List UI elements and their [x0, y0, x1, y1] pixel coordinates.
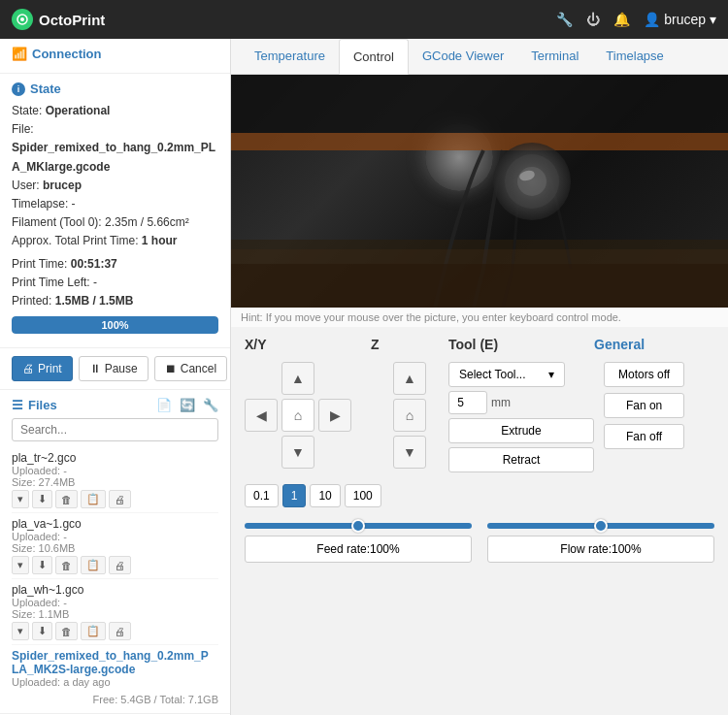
- jog-x-plus[interactable]: ▶: [318, 399, 351, 432]
- list-item: Spider_remixed_to_hang_0.2mm_PLA_MK2S-la…: [12, 645, 218, 690]
- file-action-chevron[interactable]: ▾: [12, 490, 29, 508]
- fan-off-button[interactable]: Fan off: [604, 424, 684, 449]
- filament-row: Filament (Tool 0): 2.35m / 5.66cm²: [12, 213, 218, 232]
- feed-rate-slider[interactable]: [245, 523, 472, 529]
- fan-on-button[interactable]: Fan on: [604, 393, 684, 418]
- print-button[interactable]: 🖨 Print: [12, 356, 73, 381]
- cancel-button[interactable]: ⏹ Cancel: [154, 356, 227, 381]
- jog-x-minus[interactable]: ◀: [245, 399, 278, 432]
- power-icon[interactable]: ⏻: [586, 12, 600, 27]
- file-row: File:: [12, 120, 218, 139]
- file-action-delete[interactable]: 🗑: [55, 622, 78, 640]
- pause-icon: ⏸: [89, 362, 101, 375]
- files-section: ☰ Files 📄 🔄 🔧 pla_tr~2.gco Uploaded: - S…: [0, 390, 230, 713]
- file-name-active: Spider_remixed_to_hang_0.2mm_PLA_MK2S-la…: [12, 649, 218, 676]
- general-control: Motors off Fan on Fan off: [594, 362, 684, 449]
- feed-rate-section: Feed rate:100%: [245, 517, 472, 563]
- jog-y-minus[interactable]: ▼: [281, 436, 314, 469]
- jog-z-plus[interactable]: ▲: [393, 362, 426, 395]
- progress-bar: 100%: [12, 316, 218, 334]
- extrude-button[interactable]: Extrude: [448, 418, 594, 443]
- navbar-right: 🔧 ⏻ 🔔 👤 brucep ▾: [556, 12, 716, 27]
- control-panel: X/Y Z Tool (E) General ▲ ◀ ⌂: [231, 327, 728, 715]
- logo-icon: [12, 9, 33, 30]
- header-z: Z: [371, 337, 448, 352]
- file-name: pla_wh~1.gco: [12, 583, 218, 597]
- state-section: i State State: Operational File: Spider_…: [0, 74, 230, 348]
- webcam-svg: [231, 75, 728, 308]
- file-action-download[interactable]: ⬇: [32, 556, 52, 574]
- tab-temperature[interactable]: Temperature: [241, 39, 339, 75]
- svg-point-1: [20, 17, 24, 21]
- mm-label: mm: [491, 396, 511, 409]
- step-1[interactable]: 1: [282, 484, 307, 507]
- state-row: State: Operational: [12, 102, 218, 120]
- bell-icon[interactable]: 🔔: [613, 12, 630, 27]
- file-actions: ▾ ⬇ 🗑 📋 🖨: [12, 490, 218, 508]
- user-menu[interactable]: 👤 brucep ▾: [644, 12, 716, 27]
- mm-input[interactable]: [448, 391, 487, 414]
- feed-rate-button[interactable]: Feed rate:100%: [245, 536, 472, 563]
- svg-rect-2: [231, 240, 728, 308]
- xy-control: ▲ ◀ ⌂ ▶ ▼: [245, 362, 371, 471]
- state-info: State: Operational File: Spider_remixed_…: [12, 102, 218, 334]
- refresh-icon[interactable]: 🔄: [180, 398, 195, 412]
- file-actions: ▾ ⬇ 🗑 📋 🖨: [12, 556, 218, 574]
- tab-control[interactable]: Control: [339, 39, 409, 75]
- control-headers: X/Y Z Tool (E) General: [245, 337, 714, 352]
- retract-button[interactable]: Retract: [448, 447, 594, 472]
- step-10[interactable]: 10: [310, 484, 340, 507]
- jog-empty-br: [318, 436, 351, 469]
- file-action-download[interactable]: ⬇: [32, 622, 52, 640]
- file-name: pla_tr~2.gco: [12, 451, 218, 465]
- file-action-delete[interactable]: 🗑: [55, 490, 78, 508]
- control-row: ▲ ◀ ⌂ ▶ ▼ ▲ ⌂ ▼: [245, 362, 714, 476]
- tool-mm-row: mm: [448, 391, 594, 414]
- file-action-info[interactable]: 📋: [81, 490, 106, 508]
- navbar: OctoPrint 🔧 ⏻ 🔔 👤 brucep ▾: [0, 0, 728, 39]
- search-input[interactable]: [12, 418, 218, 441]
- tab-terminal[interactable]: Terminal: [517, 39, 592, 75]
- step-100[interactable]: 100: [345, 484, 381, 507]
- svg-rect-9: [231, 264, 728, 308]
- file-action-delete[interactable]: 🗑: [55, 556, 78, 574]
- tab-timelapse[interactable]: Timelapse: [592, 39, 677, 75]
- file-icon[interactable]: 📄: [156, 398, 172, 412]
- step-0.1[interactable]: 0.1: [245, 484, 279, 507]
- tool-select-row: Select Tool... ▾: [448, 362, 594, 387]
- file-action-info[interactable]: 📋: [81, 622, 106, 640]
- brand: OctoPrint: [12, 9, 105, 30]
- z-control: ▲ ⌂ ▼: [371, 362, 448, 469]
- svg-rect-3: [231, 133, 728, 150]
- files-icons: 📄 🔄 🔧: [156, 398, 218, 412]
- file-action-print[interactable]: 🖨: [109, 622, 131, 640]
- file-meta: Uploaded: - Size: 10.6MB: [12, 531, 218, 554]
- file-action-print[interactable]: 🖨: [109, 490, 131, 508]
- select-tool-button[interactable]: Select Tool... ▾: [448, 362, 565, 387]
- jog-y-plus[interactable]: ▲: [281, 362, 314, 395]
- wrench-small-icon[interactable]: 🔧: [203, 398, 218, 412]
- files-header: ☰ Files 📄 🔄 🔧: [12, 398, 218, 412]
- pause-button[interactable]: ⏸ Pause: [79, 356, 149, 381]
- file-action-chevron[interactable]: ▾: [12, 622, 29, 640]
- file-action-info[interactable]: 📋: [81, 556, 106, 574]
- sidebar: 📶 Connection i State State: Operational …: [0, 39, 231, 715]
- file-action-chevron[interactable]: ▾: [12, 556, 29, 574]
- flow-rate-slider[interactable]: [487, 523, 714, 529]
- wrench-icon[interactable]: 🔧: [556, 12, 573, 27]
- motors-off-button[interactable]: Motors off: [604, 362, 684, 387]
- jog-z-minus[interactable]: ▼: [393, 436, 426, 469]
- webcam-area[interactable]: [231, 75, 728, 308]
- header-tool: Tool (E): [448, 337, 594, 352]
- file-list: pla_tr~2.gco Uploaded: - Size: 27.4MB ▾ …: [12, 447, 218, 690]
- jog-home-z[interactable]: ⌂: [393, 399, 426, 432]
- jog-home-xy[interactable]: ⌂: [281, 399, 314, 432]
- flow-rate-button[interactable]: Flow rate:100%: [487, 536, 714, 563]
- connection-title[interactable]: 📶 Connection: [12, 47, 218, 61]
- file-action-download[interactable]: ⬇: [32, 490, 52, 508]
- state-title: i State: [12, 81, 218, 96]
- file-action-print[interactable]: 🖨: [109, 556, 131, 574]
- tab-gcode-viewer[interactable]: GCode Viewer: [409, 39, 517, 75]
- cancel-icon: ⏹: [165, 362, 177, 375]
- file-meta: Uploaded: - Size: 1.1MB: [12, 597, 218, 620]
